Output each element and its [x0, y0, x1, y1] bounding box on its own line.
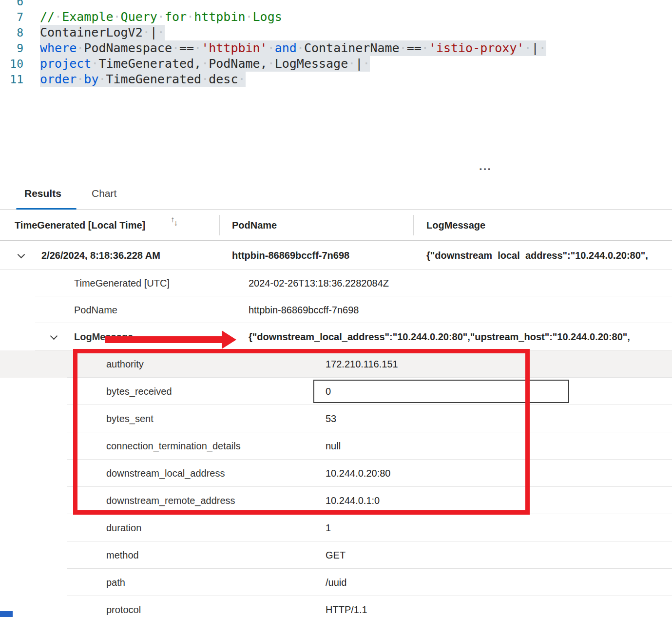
detail-row-bytes-sent[interactable]: bytes_sent53 — [0, 405, 672, 432]
code-line[interactable]: 10project·TimeGenerated,·PodName,·LogMes… — [0, 56, 672, 72]
results-tab-bar: Results Chart — [0, 183, 672, 210]
line-number: 6 — [0, 0, 23, 9]
detail-label: downstream_local_address — [106, 468, 225, 479]
detail-label: LogMessage — [74, 331, 133, 343]
code-line[interactable]: 8ContainerLogV2·|· — [0, 25, 672, 40]
chevron-down-icon[interactable] — [18, 251, 25, 259]
line-number: 7 — [0, 9, 23, 25]
detail-row-timegenerated-utc-[interactable]: TimeGenerated [UTC]2024-02-26T13:18:36.2… — [0, 270, 672, 296]
detail-row-duration[interactable]: duration1 — [0, 514, 672, 541]
detail-row-authority[interactable]: authority172.210.116.151 — [0, 350, 672, 378]
detail-row-podname[interactable]: PodNamehttpbin-86869bccff-7n698 — [0, 296, 672, 323]
result-row[interactable]: 2/26/2024, 8:18:36.228 AM httpbin-86869b… — [0, 241, 672, 270]
detail-label: TimeGenerated [UTC] — [74, 277, 170, 289]
detail-row-logmessage[interactable]: LogMessage{"downstream_local_address":"1… — [0, 323, 672, 350]
detail-row-downstream-local-address[interactable]: downstream_local_address10.244.0.20:80 — [0, 460, 672, 487]
detail-label: connection_termination_details — [106, 441, 241, 452]
detail-row-path[interactable]: path/uuid — [0, 569, 672, 596]
tab-chart[interactable]: Chart — [92, 188, 116, 199]
line-number: 9 — [0, 40, 23, 56]
code-text: project·TimeGenerated,·PodName,·LogMessa… — [40, 56, 370, 72]
chevron-down-icon[interactable] — [50, 332, 58, 340]
detail-value: 0 — [326, 386, 672, 397]
detail-row-bytes-received[interactable]: bytes_received0 — [0, 378, 672, 405]
column-header-timegenerated[interactable]: TimeGenerated [Local Time] — [15, 220, 145, 231]
detail-value: /uuid — [326, 577, 672, 588]
code-text: ContainerLogV2·|· — [40, 25, 165, 40]
detail-label: duration — [106, 522, 141, 534]
code-line[interactable]: 11order·by·TimeGenerated·desc· — [0, 72, 672, 87]
detail-rows: TimeGenerated [UTC]2024-02-26T13:18:36.2… — [0, 270, 672, 617]
sort-descending-icon: ↓ — [174, 218, 178, 228]
detail-value: httpbin-86869bccff-7n698 — [249, 304, 672, 315]
grid-header-row: TimeGenerated [Local Time] ↑↓ PodName Lo… — [0, 210, 672, 241]
column-divider[interactable] — [219, 215, 220, 235]
pane-resize-handle[interactable]: ... — [479, 159, 492, 173]
screenshot-root: 67//·Example·Query·for·httpbin·Logs8Cont… — [0, 0, 672, 617]
tab-results[interactable]: Results — [24, 188, 61, 199]
detail-value: {"downstream_local_address":"10.244.0.20… — [249, 331, 672, 343]
detail-row-connection-termination-details[interactable]: connection_termination_detailsnull — [0, 432, 672, 460]
detail-value: HTTP/1.1 — [326, 604, 672, 616]
query-editor[interactable]: 67//·Example·Query·for·httpbin·Logs8Cont… — [0, 0, 672, 87]
code-line[interactable]: 6 — [0, 0, 672, 9]
detail-row-protocol[interactable]: protocolHTTP/1.1 — [0, 596, 672, 617]
detail-label: bytes_sent — [106, 413, 154, 424]
detail-value: 172.210.116.151 — [326, 359, 672, 370]
detail-label: path — [106, 577, 125, 588]
column-header-podname[interactable]: PodName — [232, 220, 277, 231]
detail-label: method — [106, 550, 139, 561]
detail-label: protocol — [106, 604, 141, 616]
code-line[interactable]: 7//·Example·Query·for·httpbin·Logs — [0, 9, 672, 25]
detail-label: bytes_received — [106, 386, 172, 397]
detail-label: PodName — [74, 304, 117, 315]
detail-row-method[interactable]: methodGET — [0, 541, 672, 569]
column-divider[interactable] — [413, 215, 414, 235]
code-line[interactable]: 9where·PodNamespace·==·'httpbin'·and·Con… — [0, 40, 672, 56]
code-lines: 67//·Example·Query·for·httpbin·Logs8Cont… — [0, 0, 672, 87]
result-cell-podname: httpbin-86869bccff-7n698 — [232, 250, 349, 261]
code-text: //·Example·Query·for·httpbin·Logs — [40, 9, 282, 25]
detail-value: 10.244.0.20:80 — [326, 468, 672, 479]
column-header-logmessage[interactable]: LogMessage — [426, 220, 485, 231]
line-number: 8 — [0, 25, 23, 40]
detail-value: 1 — [326, 522, 672, 534]
code-text: where·PodNamespace·==·'httpbin'·and·Cont… — [40, 40, 546, 56]
taskbar-corner-fragment — [0, 611, 13, 617]
line-number: 10 — [0, 56, 23, 72]
detail-row-downstream-remote-address[interactable]: downstream_remote_address10.244.0.1:0 — [0, 487, 672, 514]
result-cell-time: 2/26/2024, 8:18:36.228 AM — [41, 250, 160, 261]
detail-label: downstream_remote_address — [106, 495, 235, 506]
results-grid: TimeGenerated [Local Time] ↑↓ PodName Lo… — [0, 210, 672, 617]
detail-value: null — [326, 441, 672, 452]
detail-label: authority — [106, 359, 144, 370]
code-text: order·by·TimeGenerated·desc· — [40, 72, 246, 87]
result-cell-logmessage: {"downstream_local_address":"10.244.0.20… — [426, 250, 672, 261]
detail-value: 53 — [326, 413, 672, 424]
detail-value: GET — [326, 550, 672, 561]
line-number: 11 — [0, 72, 23, 87]
detail-value: 2024-02-26T13:18:36.2282084Z — [249, 277, 672, 289]
detail-value: 10.244.0.1:0 — [326, 495, 672, 506]
sort-icons[interactable]: ↑↓ — [171, 216, 179, 226]
